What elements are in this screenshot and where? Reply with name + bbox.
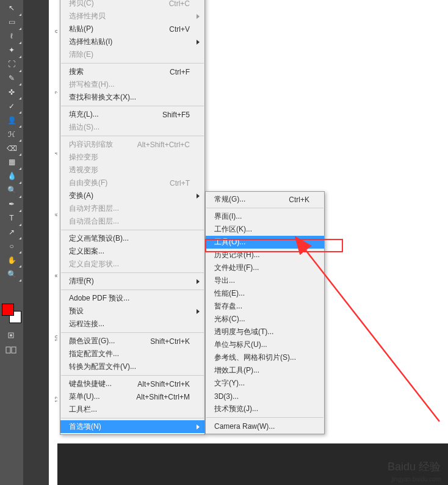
menu-item[interactable]: 填充(L)...Shift+F5 (60, 108, 204, 121)
menu-separator (61, 418, 204, 418)
menu-item[interactable]: 文件处理(F)... (206, 261, 324, 274)
menu-item-label: 导出... (214, 275, 235, 286)
foreground-color-swatch[interactable] (2, 304, 14, 316)
menu-separator (61, 136, 204, 136)
menu-separator (61, 272, 204, 273)
menu-item[interactable]: 指定配置文件... (60, 348, 204, 360)
menu-item[interactable]: 首选项(N) (60, 420, 204, 433)
menu-item[interactable]: 搜索Ctrl+F (60, 65, 204, 78)
move-tool[interactable]: ↖ (4, 2, 19, 15)
menu-item[interactable]: 工具栏... (60, 403, 204, 416)
menu-item[interactable]: 清理(R) (60, 275, 204, 288)
menu-item[interactable]: 定义画笔预设(B)... (60, 232, 204, 245)
menu-item[interactable]: 增效工具(P)... (206, 364, 324, 377)
vertical-ruler: 024681012 (49, 0, 57, 485)
menu-item[interactable]: 性能(E)... (206, 287, 324, 300)
brush-tool[interactable]: ✓ (4, 100, 19, 112)
edit-menu[interactable]: 拷贝(C)Ctrl+C选择性拷贝粘贴(P)Ctrl+V选择性粘贴(I)清除(E)… (60, 0, 205, 435)
stamp-tool[interactable]: 👤 (4, 114, 19, 126)
crop-tool[interactable]: ⛶ (4, 58, 19, 71)
ruler-area: 024681012 (23, 0, 57, 485)
menu-item[interactable]: 转换为配置文件(V)... (60, 360, 204, 373)
menu-item-label: 工作区(K)... (214, 224, 252, 235)
menu-item[interactable]: 颜色设置(G)...Shift+Ctrl+K (60, 335, 204, 348)
wand-tool[interactable]: ✦ (4, 44, 19, 57)
menu-item-label: 变换(A) (69, 191, 93, 201)
menu-item-label: 首选项(N) (69, 421, 101, 432)
menu-item[interactable]: 透明度与色域(T)... (206, 326, 324, 338)
menu-item-label: 指定配置文件... (69, 349, 119, 359)
menu-item[interactable]: 技术预览(J)... (206, 403, 324, 415)
menu-item-shortcut: Shift+Ctrl+K (150, 337, 190, 346)
menu-item-label: 暂存盘... (214, 301, 242, 312)
menu-item-shortcut: Alt+Shift+Ctrl+C (137, 140, 190, 149)
screenmode-icon[interactable] (5, 346, 18, 356)
menu-separator (61, 230, 204, 230)
menu-item-shortcut: Ctrl+V (169, 25, 190, 34)
menu-item[interactable]: 常规(G)...Ctrl+K (206, 193, 324, 206)
menu-item[interactable]: 菜单(U)...Alt+Shift+Ctrl+M (60, 390, 204, 403)
svg-rect-2 (6, 347, 10, 353)
menu-item-label: 文件处理(F)... (214, 263, 259, 273)
menu-item: 自动混合图层... (60, 215, 204, 228)
menu-item[interactable]: 查找和替换文本(X)... (60, 91, 204, 104)
preferences-submenu[interactable]: 常规(G)...Ctrl+K界面(I)...工作区(K)...工具(O)...历… (205, 191, 325, 434)
gradient-tool[interactable]: ▦ (4, 156, 19, 169)
menu-item-label: 透明度与色域(T)... (214, 327, 273, 337)
menu-item[interactable]: 历史记录(H)... (206, 249, 324, 261)
menu-item[interactable]: 键盘快捷键...Alt+Shift+Ctrl+K (60, 377, 204, 390)
menu-item[interactable]: 参考线、网格和切片(S)... (206, 351, 324, 364)
menu-separator (61, 332, 204, 333)
menu-item[interactable]: Camera Raw(W)... (206, 420, 324, 432)
menu-item: 自动对齐图层... (60, 202, 204, 215)
dodge-tool[interactable]: 🔍 (4, 184, 19, 197)
blur-tool[interactable]: 💧 (4, 170, 19, 183)
menu-item[interactable]: 选择性粘贴(I) (60, 35, 204, 48)
menu-item-label: 文字(Y)... (214, 378, 245, 388)
zoom-tool[interactable]: 🔍 (4, 268, 19, 280)
menu-item[interactable]: 粘贴(P)Ctrl+V (60, 23, 204, 35)
menu-item[interactable]: 暂存盘... (206, 300, 324, 313)
menu-item[interactable]: 变换(A) (60, 189, 204, 202)
menu-item[interactable]: 远程连接... (60, 318, 204, 330)
eraser-tool[interactable]: ⌫ (4, 142, 19, 155)
menu-item[interactable]: 3D(3)... (206, 390, 324, 403)
menu-item-label: 颜色设置(G)... (69, 336, 115, 346)
hand-tool[interactable]: ✋ (4, 253, 19, 266)
menu-item-label: 预设 (69, 306, 84, 316)
menu-item[interactable]: 界面(I)... (206, 210, 324, 223)
menu-item: 清除(E) (60, 48, 204, 61)
history-brush-tool[interactable]: ℋ (4, 128, 19, 140)
menu-item-label: 填充(L)... (69, 109, 99, 120)
menu-item-label: 描边(S)... (69, 122, 99, 133)
menu-item-shortcut: Ctrl+T (170, 179, 190, 188)
menu-item-label: 转换为配置文件(V)... (69, 362, 136, 372)
eyedropper-tool[interactable]: ✎ (4, 72, 19, 85)
svg-point-1 (10, 334, 12, 337)
menu-item-label: 透视变形 (69, 165, 98, 175)
menu-item[interactable]: 导出... (206, 274, 324, 287)
menu-item[interactable]: 文字(Y)... (206, 377, 324, 390)
menu-item[interactable]: 单位与标尺(U)... (206, 338, 324, 351)
menu-item: 选择性拷贝 (60, 10, 204, 23)
submenu-arrow-icon (197, 14, 200, 19)
lasso-tool[interactable]: ℓ (4, 30, 19, 43)
submenu-arrow-icon (197, 309, 200, 314)
shape-tool[interactable]: ○ (4, 239, 19, 252)
pen-tool[interactable]: ✒ (4, 198, 19, 211)
healing-tool[interactable]: ✜ (4, 86, 19, 98)
menu-item-shortcut: Alt+Shift+Ctrl+K (137, 380, 190, 388)
menu-item[interactable]: Adobe PDF 预设... (60, 292, 204, 305)
menu-item[interactable]: 预设 (60, 305, 204, 318)
menu-item[interactable]: 工具(O)... (206, 236, 324, 249)
menu-item-label: 增效工具(P)... (214, 365, 259, 376)
quickmask-icon[interactable] (5, 331, 18, 341)
menu-item[interactable]: 定义图案... (60, 245, 204, 258)
menu-item-label: 清理(R) (69, 276, 94, 286)
menu-item-label: 光标(C)... (214, 314, 245, 324)
menu-item[interactable]: 光标(C)... (206, 313, 324, 326)
type-tool[interactable]: T (4, 212, 19, 225)
path-tool[interactable]: ↗ (4, 226, 19, 239)
menu-item[interactable]: 工作区(K)... (206, 223, 324, 236)
marquee-tool[interactable]: ▭ (4, 16, 19, 29)
